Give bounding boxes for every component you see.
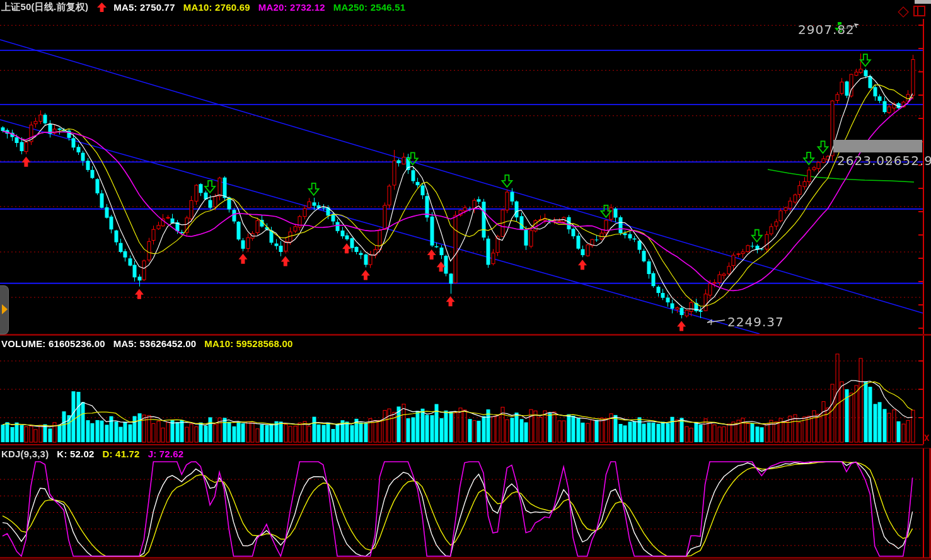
diamond-icon[interactable]: ◇ [896,4,910,18]
ma20-value: MA20: 2732.12 [258,2,325,13]
volume-value: VOLUME: 61605236.00 [1,338,105,349]
up-arrow-icon [96,3,107,13]
main-chart-legend: 上证50(日线.前复权) MA5: 2750.77 MA10: 2760.69 … [1,1,413,13]
kdj-j-value: J: 72.62 [148,449,184,459]
volume-ma5-value: MA5: 53626452.00 [113,338,197,349]
drawing-info-box [833,140,922,152]
stock-app-window: { "header": { "title": "上证50(日线.前复权)", "… [0,0,931,560]
pane-expand-tab[interactable] [0,285,9,334]
split-window-divider [917,7,918,15]
instrument-title: 上证50(日线.前复权) [1,1,88,13]
volume-ma10-value: MA10: 59528568.00 [204,338,292,349]
chart-canvas[interactable] [0,0,931,560]
scrollbar-fragment [915,0,931,4]
kdj-legend: KDJ(9,3,3) K: 52.02 D: 41.72 J: 72.62 [1,449,192,459]
split-window-icon[interactable] [913,6,925,16]
kdj-d-value: D: 41.72 [103,449,140,459]
level-right-label: 2652.9 [885,153,931,168]
kdj-k-value: K: 52.02 [57,449,94,459]
volume-legend: VOLUME: 61605236.00 MA5: 53626452.00 MA1… [1,338,301,349]
close-indicator-button[interactable]: X [924,433,929,443]
kdj-name: KDJ(9,3,3) [1,449,49,459]
ma5-value: MA5: 2750.77 [113,2,175,13]
ma10-value: MA10: 2760.69 [183,2,250,13]
low-price-label: 2249.37 [727,314,784,329]
ma250-value: MA250: 2546.51 [333,2,406,13]
high-price-label: 2907.82 [798,22,855,37]
expand-right-icon [2,304,8,314]
